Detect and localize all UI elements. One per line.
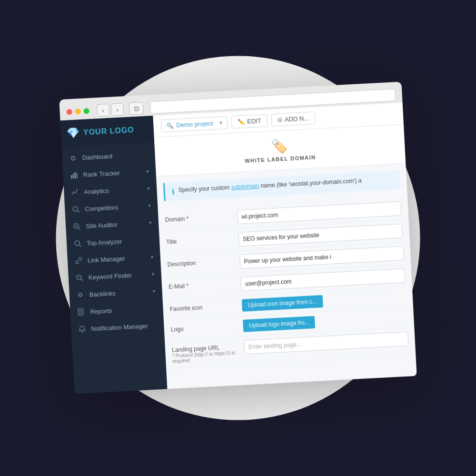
svg-line-5: [78, 210, 79, 212]
white-label-title: WHITE LABEL DOMAIN: [245, 154, 316, 164]
add-icon: ⊞: [277, 116, 282, 123]
dashboard-icon: ⊙: [69, 153, 78, 162]
form-label-domain: Domain *: [165, 210, 232, 223]
svg-point-4: [73, 207, 78, 212]
reports-icon: [77, 307, 86, 317]
sidebar-label-dashboard: Dashboard: [82, 150, 149, 161]
form-label-email: E-Mail *: [168, 277, 235, 290]
form-label-description: Description: [167, 255, 234, 268]
upload-favicon-button[interactable]: Upload icon image from c...: [242, 295, 323, 312]
sidebar-label-keyword-finder: Keyword Finder: [88, 271, 147, 281]
logo-icon: 💎: [66, 127, 79, 139]
sidebar-label-reports: Reports: [90, 305, 157, 315]
edit-button[interactable]: ✏️ EDIT: [231, 114, 268, 129]
sidebar-label-notification-manager: Notification Manager: [91, 322, 158, 332]
nav-menu: ⊙ Dashboard Rank Tracker ▾: [62, 142, 168, 394]
app-container: 💎 YOUR LOGO ⊙ Dashboard: [60, 103, 417, 394]
landing-url-input[interactable]: [244, 332, 408, 355]
browser-window: ‹ › ⊡ 💎 YOUR LOGO ⊙ Dashboard: [59, 82, 416, 395]
svg-line-13: [81, 279, 83, 281]
sidebar-label-link-manager: Link Manager: [88, 254, 147, 264]
logo-area: 💎 YOUR LOGO: [60, 116, 155, 147]
competitors-chevron: ▾: [148, 202, 151, 208]
upload-logo-button[interactable]: Upload logo image fro...: [243, 316, 316, 332]
minimize-button[interactable]: [75, 109, 81, 115]
svg-line-7: [78, 228, 80, 229]
info-icon: ℹ: [171, 187, 175, 196]
rank-tracker-icon: [69, 170, 79, 179]
sidebar-label-competitors: Competitors: [85, 202, 144, 212]
sidebar-toggle-button[interactable]: ⊡: [129, 102, 144, 115]
landing-url-sublabel: * Protocol (http:// or https://) is requ…: [172, 350, 239, 364]
traffic-lights: [66, 108, 89, 115]
sidebar: 💎 YOUR LOGO ⊙ Dashboard: [60, 116, 168, 394]
sidebar-label-backlinks: Backlinks: [89, 288, 148, 298]
svg-rect-3: [76, 173, 78, 178]
form-label-logo: Logo: [170, 320, 238, 333]
sidebar-label-site-auditor: Site Auditor: [86, 219, 145, 229]
add-button[interactable]: ⊞ ADD N...: [271, 111, 316, 127]
search-icon: 🔍: [166, 122, 174, 129]
edit-label: EDIT: [247, 117, 261, 125]
keyword-finder-chevron: ▾: [151, 271, 155, 277]
svg-point-10: [75, 240, 80, 246]
link-manager-icon: [74, 256, 83, 265]
form-area: Domain * Title Description E-Mail *: [158, 195, 416, 375]
notification-manager-icon: [78, 325, 87, 334]
sidebar-label-rank-tracker: Rank Tracker: [83, 168, 142, 178]
site-auditor-chevron: ▾: [149, 219, 152, 226]
svg-rect-2: [74, 172, 76, 178]
project-selector[interactable]: 🔍 Demo project ▾: [161, 116, 228, 132]
form-label-landing-url: Landing page URL * Protocol (http:// or …: [171, 340, 239, 364]
form-label-title: Title: [166, 233, 233, 246]
maximize-button[interactable]: [83, 108, 89, 114]
close-button[interactable]: [66, 109, 72, 115]
subdomain-link[interactable]: subdomain: [231, 183, 259, 191]
form-label-favicon: Favorite icon: [169, 299, 237, 312]
link-manager-chevron: ▾: [150, 254, 154, 260]
content-area: 🏷️ WHITE LABEL DOMAIN ℹ Specify your cus…: [154, 124, 417, 389]
info-banner: ℹ Specify your custom subdomain name (li…: [163, 170, 400, 201]
rank-tracker-chevron: ▾: [146, 168, 149, 174]
keyword-finder-icon: [75, 273, 84, 282]
site-auditor-icon: [72, 222, 81, 231]
main-content: 🔍 Demo project ▾ ✏️ EDIT ⊞ ADD N... 🏷️: [153, 103, 416, 389]
info-text: Specify your custom subdomain name (like…: [178, 177, 362, 193]
analytics-icon: [70, 188, 79, 197]
svg-line-11: [79, 245, 81, 247]
nav-arrows: ‹ ›: [97, 103, 124, 117]
sidebar-label-analytics: Analytics: [84, 185, 143, 195]
logo-text: YOUR LOGO: [83, 126, 135, 137]
svg-rect-0: [71, 175, 72, 178]
back-button[interactable]: ‹: [97, 104, 109, 117]
chevron-down-icon: ▾: [219, 119, 223, 126]
top-analyzer-icon: [73, 239, 82, 248]
edit-icon: ✏️: [238, 118, 245, 125]
project-name: Demo project: [176, 119, 213, 129]
forward-button[interactable]: ›: [111, 103, 124, 116]
backlinks-chevron: ▾: [152, 288, 156, 294]
competitors-icon: [71, 205, 80, 214]
analytics-chevron: ▾: [147, 185, 150, 191]
svg-rect-1: [72, 174, 74, 178]
add-label: ADD N...: [284, 115, 309, 123]
white-label-icon: 🏷️: [271, 138, 288, 155]
backlinks-icon: [76, 290, 85, 299]
sidebar-label-top-analyzer: Top Analyzer: [87, 236, 153, 247]
